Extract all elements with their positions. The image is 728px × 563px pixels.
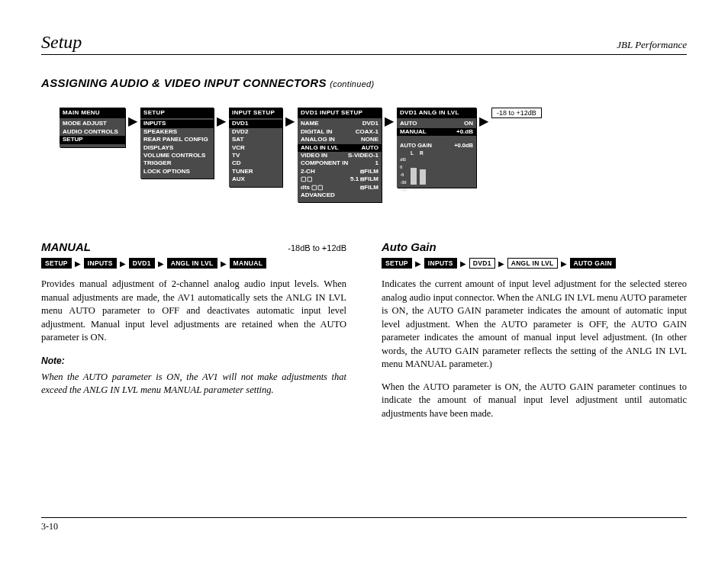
menu-row-r: COAX-1 [356, 128, 378, 136]
menu-row-r: ON [464, 120, 473, 127]
menu-dvd1-setup-title: DVD1 INPUT SETUP [298, 108, 382, 118]
crumb: INPUTS [84, 258, 117, 269]
menu-row-r: NONE [361, 136, 378, 143]
menu-item: TV [232, 152, 279, 159]
menu-row-l: NAME [301, 120, 319, 127]
menu-row-l: dts ▢▢ [301, 184, 324, 191]
menu-row-l: ANALOG IN [301, 136, 335, 143]
menu-row-selected: MANUAL+0.dB [397, 128, 476, 136]
menu-item: LOCK OPTIONS [143, 168, 211, 175]
arrow-icon: ▶ [221, 259, 227, 268]
menu-row-l: DIGITAL IN [301, 128, 332, 136]
page-number: 3-10 [41, 521, 58, 532]
meter-scale: dB 0 -6 -30 -45 [400, 157, 407, 195]
menu-item: CD [232, 159, 279, 167]
crumb: INPUTS [424, 258, 457, 269]
menu-item: DVD2 [232, 128, 279, 136]
menu-row: VIDEO INS-VIDEO-1 [301, 152, 378, 159]
menu-row: ANALOG INNONE [301, 136, 378, 143]
meter-channel-labels: L R [400, 150, 473, 156]
page-footer: 3-10 [41, 517, 687, 532]
menu-row-l: ANLG IN LVL [301, 144, 339, 152]
menu-input-setup-body: DVD1 DVD2 SAT VCR TV CD TUNER AUX [229, 118, 282, 185]
arrow-icon: ▶ [385, 115, 394, 127]
arrow-icon: ▶ [285, 115, 295, 127]
page: Setup JBL Performance ASSIGNING AUDIO & … [0, 0, 728, 563]
level-meter: AUTO GAIN +0.0dB L R dB 0 -6 -30 -45 [397, 142, 476, 186]
right-column: Auto Gain SETUP ▶ INPUTS ▶ DVD1 ▶ ANGL I… [382, 240, 687, 420]
menu-item-selected: INPUTS [140, 120, 214, 127]
menu-row: COMPONENT IN1 [301, 159, 378, 167]
menu-anlg-title: DVD1 ANLG IN LVL [397, 108, 476, 118]
menu-main-body: MODE ADJUST AUDIO CONTROLS SETUP [60, 118, 125, 145]
menu-row: DIGITAL INCOAX-1 [301, 128, 378, 136]
menu-anlg-in-lvl: DVD1 ANLG IN LVL AUTOON MANUAL+0.dB AUTO… [397, 108, 476, 188]
arrow-icon: ▶ [561, 259, 567, 268]
menu-row-l: 2-CH [301, 168, 315, 175]
menu-row: ADVANCED [301, 191, 378, 199]
crumb: SETUP [382, 258, 412, 269]
section-title-cont: (continued) [330, 79, 374, 88]
menu-item: AUX [232, 175, 279, 183]
menu-item-selected: SETUP [60, 136, 125, 143]
left-col-range: -18dB to +12dB [288, 243, 346, 253]
meter-r-label: R [420, 150, 424, 156]
menu-row-r: ⧈FILM [360, 168, 378, 175]
right-col-body2: When the AUTO parameter is ON, the AUTO … [382, 381, 687, 421]
left-col-head: MANUAL [41, 240, 91, 253]
menu-item: TRIGGER [143, 159, 211, 167]
arrow-icon: ▶ [128, 115, 137, 127]
scale-tick: dB [400, 157, 407, 162]
menu-flow-diagram: MAIN MENU MODE ADJUST AUDIO CONTROLS SET… [60, 108, 687, 202]
crumb: AUTO GAIN [570, 258, 616, 269]
meter-bar-left [411, 168, 417, 185]
scale-tick: 0 [400, 165, 407, 169]
menu-row: NAMEDVD1 [301, 120, 378, 127]
menu-row-r: 1 [375, 159, 378, 167]
meter-bar-right [420, 169, 426, 185]
menu-item: SAT [232, 136, 279, 143]
menu-row-l: AUTO [400, 120, 417, 127]
menu-dvd1-setup: DVD1 INPUT SETUP NAMEDVD1 DIGITAL INCOAX… [298, 108, 382, 202]
meter-title-l: AUTO GAIN [400, 142, 432, 150]
meter-title: AUTO GAIN +0.0dB [400, 142, 473, 150]
scale-tick: -6 [400, 172, 407, 177]
arrow-icon: ▶ [460, 259, 466, 268]
menu-item: AUDIO CONTROLS [63, 128, 122, 136]
arrow-icon: ▶ [217, 115, 226, 127]
right-breadcrumb: SETUP ▶ INPUTS ▶ DVD1 ▶ ANGL IN LVL ▶ AU… [382, 258, 687, 269]
menu-setup-body: INPUTS SPEAKERS REAR PANEL CONFIG DISPLA… [140, 118, 214, 177]
right-col-body1: Indicates the current amount of input le… [382, 278, 687, 372]
arrow-icon: ▶ [479, 115, 488, 127]
note-heading: Note: [41, 355, 346, 366]
menu-setup: SETUP INPUTS SPEAKERS REAR PANEL CONFIG … [140, 108, 214, 179]
menu-row-r: ⧈FILM [360, 184, 378, 191]
menu-main: MAIN MENU MODE ADJUST AUDIO CONTROLS SET… [60, 108, 125, 147]
menu-row: dts ▢▢⧈FILM [301, 184, 378, 191]
crumb: SETUP [41, 258, 72, 269]
arrow-icon: ▶ [498, 259, 504, 268]
menu-item: DISPLAYS [143, 144, 211, 152]
menu-row-r: AUTO [361, 144, 378, 152]
menu-item: VOLUME CONTROLS [143, 152, 211, 159]
menu-row-l: ADVANCED [301, 191, 335, 199]
section-title-text: ASSIGNING AUDIO & VIDEO INPUT CONNECTORS [41, 76, 327, 89]
menu-row: 2-CH⧈FILM [301, 168, 378, 175]
scale-tick: -30 [400, 180, 407, 185]
scale-tick: -45 [400, 188, 407, 192]
menu-item: REAR PANEL CONFIG [143, 136, 211, 143]
menu-item: VCR [232, 144, 279, 152]
menu-item: SPEAKERS [143, 128, 211, 136]
meter-title-r: +0.0dB [454, 142, 473, 150]
arrow-icon: ▶ [75, 259, 81, 268]
left-col-body: Provides manual adjustment of 2-channel … [41, 278, 346, 345]
left-breadcrumb: SETUP ▶ INPUTS ▶ DVD1 ▶ ANGL IN LVL ▶ MA… [41, 258, 346, 269]
menu-row-r: DVD1 [362, 120, 378, 127]
menu-row-l: VIDEO IN [301, 152, 327, 159]
menu-row-r: S-VIDEO-1 [348, 152, 378, 159]
content-columns: MANUAL -18dB to +12dB SETUP ▶ INPUTS ▶ D… [41, 240, 687, 420]
right-col-head: Auto Gain [382, 240, 687, 253]
menu-main-title: MAIN MENU [60, 108, 125, 118]
meter-l-label: L [411, 150, 414, 156]
crumb-outline: DVD1 [469, 258, 495, 269]
